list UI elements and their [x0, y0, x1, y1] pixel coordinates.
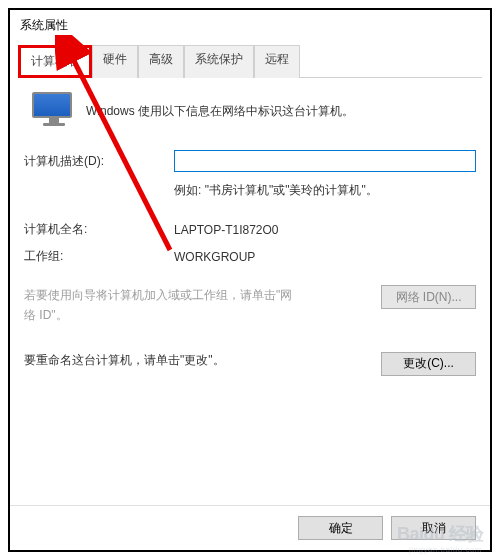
description-label: 计算机描述(D): [24, 153, 174, 170]
description-input[interactable] [174, 150, 476, 172]
computer-icon [32, 92, 76, 130]
ok-button[interactable]: 确定 [298, 516, 383, 540]
fullname-value: LAPTOP-T1I872O0 [174, 223, 476, 237]
network-id-button[interactable]: 网络 ID(N)... [381, 285, 476, 309]
tab-system-protection[interactable]: 系统保护 [184, 45, 254, 78]
system-properties-window: 系统属性 计算机名 硬件 高级 系统保护 远程 Windows 使用以下信息在网… [10, 10, 490, 550]
tab-computer-name[interactable]: 计算机名 [18, 45, 92, 78]
watermark: Baidu 经验 [397, 522, 484, 546]
tab-label: 高级 [149, 52, 173, 66]
description-example: 例如: "书房计算机"或"美玲的计算机"。 [174, 182, 476, 199]
network-id-text: 若要使用向导将计算机加入域或工作组，请单击"网络 ID"。 [24, 285, 304, 326]
workgroup-value: WORKGROUP [174, 250, 476, 264]
tab-hardware[interactable]: 硬件 [92, 45, 138, 78]
titlebar: 系统属性 [10, 10, 490, 40]
workgroup-label: 工作组: [24, 248, 174, 265]
tab-label: 硬件 [103, 52, 127, 66]
tab-remote[interactable]: 远程 [254, 45, 300, 78]
tab-strip: 计算机名 硬件 高级 系统保护 远程 [18, 44, 482, 78]
window-title: 系统属性 [20, 17, 68, 34]
tab-label: 计算机名 [31, 54, 79, 68]
tab-content: Windows 使用以下信息在网络中标识这台计算机。 计算机描述(D): 例如:… [10, 78, 490, 505]
watermark-sub: jingyan.baidu.com [409, 545, 482, 554]
tab-label: 远程 [265, 52, 289, 66]
rename-text: 要重命名这台计算机，请单击"更改"。 [24, 352, 225, 369]
tab-advanced[interactable]: 高级 [138, 45, 184, 78]
tab-label: 系统保护 [195, 52, 243, 66]
fullname-label: 计算机全名: [24, 221, 174, 238]
rename-button[interactable]: 更改(C)... [381, 352, 476, 376]
intro-text: Windows 使用以下信息在网络中标识这台计算机。 [86, 103, 354, 120]
